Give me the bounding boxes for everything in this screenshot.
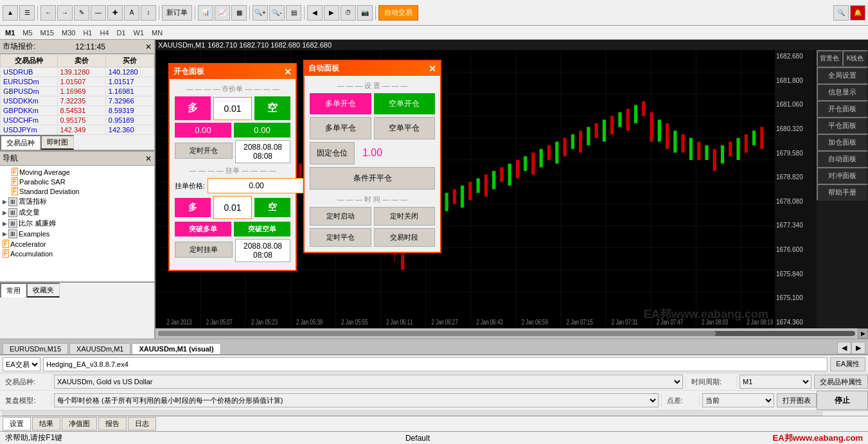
market-table-row[interactable]: USDRUB 139.1280 140.1280: [1, 67, 154, 77]
toolbar-btn-pencil[interactable]: ✎: [74, 5, 89, 21]
chart-tab-scroll-right[interactable]: ▶: [851, 342, 865, 354]
tf-h1[interactable]: H1: [80, 28, 94, 37]
market-table-row[interactable]: USDCHFm 0.95175 0.95189: [1, 116, 154, 125]
tab-settings[interactable]: 设置: [3, 417, 31, 431]
nav-item-sar[interactable]: F Parabolic SAR: [1, 177, 153, 186]
spread-select[interactable]: 当前: [702, 393, 774, 407]
tab-equity[interactable]: 净值图: [62, 417, 97, 431]
ea-file-input[interactable]: [43, 357, 828, 371]
toolbar-btn-line[interactable]: —: [91, 5, 106, 21]
tf-m15[interactable]: M15: [38, 28, 57, 37]
market-table-row[interactable]: GBPUSDm 1.16969 1.16981: [1, 87, 154, 96]
tf-m30[interactable]: M30: [59, 28, 78, 37]
tf-w1[interactable]: W1: [131, 28, 147, 37]
buy-button[interactable]: 多: [175, 96, 211, 120]
open-panel-close[interactable]: ✕: [284, 67, 292, 77]
right-add-panel[interactable]: 加仓面板: [817, 134, 868, 150]
tab-results[interactable]: 结果: [32, 417, 60, 431]
tf-m1[interactable]: M1: [3, 28, 17, 37]
toolbar-btn-2[interactable]: ☰: [19, 5, 35, 21]
toolbar-btn-back[interactable]: ←: [40, 5, 56, 21]
auto-timer-start[interactable]: 定时启动: [310, 207, 371, 226]
tab-chart[interactable]: 即时图: [40, 135, 74, 150]
right-close-panel[interactable]: 平仓面板: [817, 117, 868, 134]
auto-condition-btn[interactable]: 条件开平仓: [310, 167, 435, 190]
market-table-row[interactable]: GBPDKKm 8.54531 8.59319: [1, 106, 154, 116]
nav-tab-favorites[interactable]: 收藏夹: [26, 283, 60, 297]
chart-scrollbar[interactable]: ▶: [155, 328, 868, 339]
toolbar-btn-7[interactable]: ⏱: [341, 5, 356, 21]
nav-item-williams[interactable]: ▶ ⊞ 比尔 威廉姆: [1, 218, 153, 229]
toolbar-btn-5[interactable]: ◀: [307, 5, 323, 21]
timer-open-btn[interactable]: 定时开仓: [175, 143, 233, 159]
stop-btn[interactable]: 停止: [817, 391, 868, 410]
right-hedge-panel[interactable]: 对冲面板: [817, 167, 868, 184]
chart-tab-eurusd[interactable]: EURUSDm,M15: [3, 343, 68, 354]
toolbar-btn-chart1[interactable]: 📊: [198, 5, 213, 21]
auto-long-open[interactable]: 多单开仓: [310, 93, 371, 114]
toolbar-btn-text[interactable]: A: [124, 5, 139, 21]
auto-timer-flat[interactable]: 定时平仓: [310, 228, 371, 247]
right-help[interactable]: 帮助手册: [817, 184, 868, 200]
right-auto-panel[interactable]: 自动面板: [817, 150, 868, 167]
ea-attr-btn[interactable]: EA属性: [830, 357, 865, 371]
right-open-panel[interactable]: 开仓面板: [817, 100, 868, 117]
market-close[interactable]: ✕: [145, 42, 152, 51]
nav-tab-common[interactable]: 常用: [0, 283, 26, 297]
toolbar-btn-1[interactable]: ▲: [3, 5, 18, 21]
toolbar-btn-alert[interactable]: 🔔: [850, 5, 865, 21]
auto-timer-stop[interactable]: 定时关闭: [374, 207, 436, 226]
auto-panel-dialog[interactable]: 自动面板 ✕ — — — 设 置 — — — 多单开仓 空单开仓 多单平仓 空单…: [303, 60, 441, 253]
sell-button[interactable]: 空: [254, 96, 290, 120]
right-global-settings[interactable]: 全局设置: [817, 67, 868, 84]
right-info-display[interactable]: 信息显示: [817, 84, 868, 100]
tf-m5[interactable]: M5: [20, 28, 35, 37]
tf-d1[interactable]: D1: [114, 28, 128, 37]
pending-price-input[interactable]: [208, 178, 305, 193]
toolbar-btn-cross[interactable]: ✚: [107, 5, 123, 21]
nav-item-stddev[interactable]: F Standard Deviation: [1, 186, 153, 196]
right-bg-color[interactable]: 背景色: [817, 50, 842, 66]
break-sell-btn[interactable]: 突破空单: [234, 222, 290, 236]
toolbar-btn-search[interactable]: 🔍: [833, 5, 849, 21]
tab-report[interactable]: 报告: [98, 417, 127, 431]
timer-pending-btn[interactable]: 定时挂单: [175, 242, 233, 258]
toolbar-btn-zoom-in[interactable]: 🔍+: [252, 5, 268, 21]
tab-symbol[interactable]: 交易品种: [0, 135, 40, 150]
sell-pending-btn[interactable]: 空: [254, 198, 290, 217]
ea-select[interactable]: EA交易: [3, 357, 40, 371]
tf-mn[interactable]: MN: [149, 28, 165, 37]
nav-close[interactable]: ✕: [145, 154, 152, 163]
toolbar-btn-chart2[interactable]: 📈: [215, 5, 230, 21]
buy-pending-btn[interactable]: 多: [175, 198, 211, 217]
chart-tab-xauusd-visual[interactable]: XAUUSDm,M1 (visual): [132, 343, 220, 354]
toolbar-btn-6[interactable]: ▶: [324, 5, 339, 21]
auto-short-close[interactable]: 空单平仓: [374, 117, 436, 139]
nav-item-accumulation[interactable]: F Accumulation: [1, 249, 153, 258]
auto-fixed-pos[interactable]: 固定仓位: [310, 142, 355, 164]
symbol-attr-btn[interactable]: 交易品种属性: [814, 375, 868, 389]
symbol-select[interactable]: XAUUSDm, Gold vs US Dollar: [54, 375, 683, 389]
chart-tab-xauusd-m1[interactable]: XAUUSDm,M1: [69, 343, 130, 354]
toolbar-btn-zoom-out[interactable]: 🔍-: [269, 5, 285, 21]
scroll-right-btn[interactable]: ▶: [858, 328, 868, 339]
auto-trade-button[interactable]: 自动交易: [378, 5, 418, 21]
toolbar-btn-8[interactable]: 📷: [357, 5, 373, 21]
new-order-button[interactable]: 新订单: [162, 5, 192, 21]
auto-long-close[interactable]: 多单平仓: [310, 117, 371, 139]
tf-h4[interactable]: H4: [97, 28, 111, 37]
right-k-color[interactable]: K线色: [842, 50, 868, 66]
open-panel-dialog[interactable]: 开仓面板 ✕ — — — — 市价单 — — — — 多 空: [168, 63, 297, 271]
auto-short-open[interactable]: 空单开仓: [374, 93, 436, 114]
nav-item-accelerator[interactable]: F Accelerator: [1, 239, 153, 249]
nav-item-moving-avg[interactable]: F Moving Average: [1, 167, 153, 177]
toolbar-btn-grid[interactable]: ▤: [286, 5, 301, 21]
toolbar-btn-fwd[interactable]: →: [57, 5, 73, 21]
toolbar-btn-arrow[interactable]: ↕: [141, 5, 156, 21]
market-table-row[interactable]: EURUSDm 1.01507 1.01517: [1, 77, 154, 87]
market-table-row[interactable]: USDJPYm 142.349 142.360: [1, 125, 154, 135]
break-buy-btn[interactable]: 突破多单: [175, 222, 231, 236]
pending-lot-input[interactable]: [213, 196, 252, 219]
period-select[interactable]: M1: [740, 375, 811, 389]
market-table-row[interactable]: USDDKKm 7.32235 7.32966: [1, 96, 154, 106]
